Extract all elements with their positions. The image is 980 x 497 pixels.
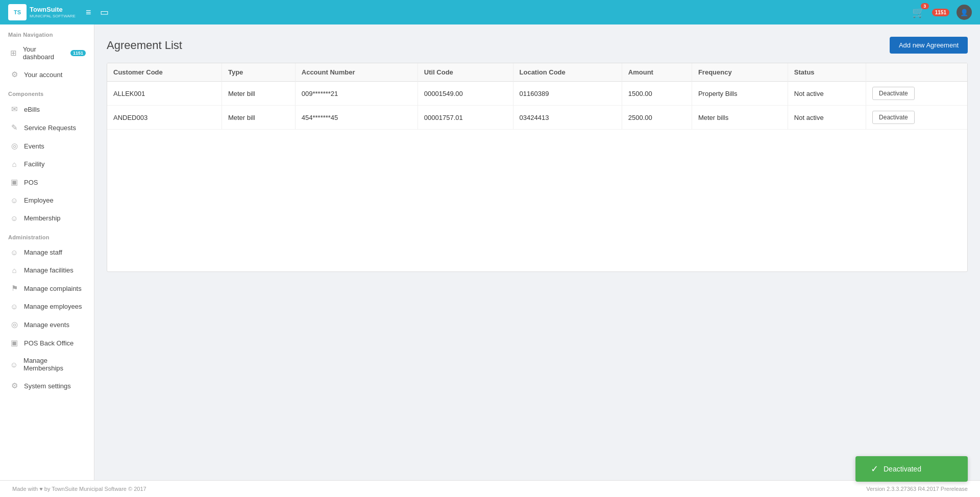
page-footer: Made with ♥ by TownSuite Municipal Softw… [0,480,980,497]
toast-check-icon: ✓ [871,463,878,475]
sidebar-item-pos-back-office[interactable]: ▣ POS Back Office [0,334,94,352]
cell-action: Deactivate [866,82,967,106]
manage-facilities-icon: ⌂ [10,266,19,275]
tablet-icon[interactable]: ▭ [100,7,109,18]
sidebar-item-dashboard[interactable]: ⊞ Your dashboard 1151 [0,41,94,65]
top-navigation: TS TownSuite MUNICIPAL SOFTWARE ≡ ▭ 🛒 3 … [0,0,980,24]
col-action [866,63,967,82]
cell-util-code: 00001757.01 [418,106,513,130]
account-icon: ⚙ [10,70,19,79]
sidebar-item-label-pos-back-office: POS Back Office [24,339,74,347]
cell-customer-code: ALLEK001 [107,82,222,106]
table-scroll-area[interactable]: Customer Code Type Account Number Util C… [107,63,967,130]
manage-complaints-icon: ⚑ [10,284,19,293]
employee-icon: ☺ [10,196,19,205]
cell-location-code: 01160389 [513,82,622,106]
table-body: ALLEK001 Meter bill 009*******21 0000154… [107,82,967,130]
table-row: ANDED003 Meter bill 454*******45 0000175… [107,106,967,130]
events-icon: ◎ [10,141,19,151]
cell-action: Deactivate [866,106,967,130]
app-subtitle: MUNICIPAL SOFTWARE [30,14,76,18]
sidebar-item-service-requests[interactable]: ✎ Service Requests [0,118,94,137]
sidebar-item-label-manage-employees: Manage employees [24,303,82,310]
notification-badge[interactable]: 1151 [932,9,949,16]
col-customer-code: Customer Code [107,63,222,82]
administration-title: Administration [0,227,94,243]
manage-memberships-icon: ☺ [10,360,18,369]
app-name: TownSuite [30,6,76,13]
sidebar-item-manage-staff[interactable]: ☺ Manage staff [0,243,94,261]
col-util-code: Util Code [418,63,513,82]
page-title: Agreement List [107,39,182,52]
sidebar-item-label-ebills: eBills [24,106,40,113]
sidebar-item-label-events: Events [24,142,44,150]
deactivate-button-0[interactable]: Deactivate [872,87,915,100]
sidebar-item-label-manage-complaints: Manage complaints [24,285,82,292]
sidebar-item-label-manage-facilities: Manage facilities [24,266,74,274]
sidebar-item-manage-facilities[interactable]: ⌂ Manage facilities [0,261,94,279]
membership-icon: ☺ [10,214,19,222]
cell-account-number: 454*******45 [295,106,418,130]
add-agreement-button[interactable]: Add new Agreement [890,37,968,54]
col-frequency: Frequency [692,63,788,82]
topnav-icons: ≡ ▭ [86,7,109,18]
deactivate-button-1[interactable]: Deactivate [872,111,915,124]
sidebar-item-manage-complaints[interactable]: ⚑ Manage complaints [0,279,94,297]
cell-status: Not active [788,82,866,106]
components-title: Components [0,84,94,100]
sidebar-item-pos[interactable]: ▣ POS [0,173,94,191]
page-header: Agreement List Add new Agreement [107,37,968,54]
cell-amount: 2500.00 [622,106,692,130]
pos-back-office-icon: ▣ [10,338,19,347]
sidebar-item-label-system-settings: System settings [24,382,71,390]
toast-notification: ✓ Deactivated [855,456,968,482]
sidebar-item-membership[interactable]: ☺ Membership [0,209,94,227]
main-layout: Main Navigation ⊞ Your dashboard 1151 ⚙ … [0,24,980,480]
app-logo: TS TownSuite MUNICIPAL SOFTWARE [8,4,76,20]
sidebar-item-manage-memberships[interactable]: ☺ Manage Memberships [0,352,94,377]
sidebar-item-manage-employees[interactable]: ☺ Manage employees [0,297,94,315]
agreement-table-wrapper: Customer Code Type Account Number Util C… [107,63,968,272]
sidebar-item-label-membership: Membership [24,214,61,222]
col-account-number: Account Number [295,63,418,82]
dashboard-icon: ⊞ [10,48,18,58]
sidebar-item-label-service-requests: Service Requests [24,124,76,132]
cell-amount: 1500.00 [622,82,692,106]
table-row: ALLEK001 Meter bill 009*******21 0000154… [107,82,967,106]
facility-icon: ⌂ [10,160,19,168]
sidebar-item-employee[interactable]: ☺ Employee [0,191,94,209]
topnav-right: 🛒 3 1151 👤 [912,5,972,20]
sidebar-item-label-dashboard: Your dashboard [23,45,63,61]
footer-right: Version 2.3.3.27363 R4.2017 Prerelease [866,486,968,492]
sidebar-item-system-settings[interactable]: ⚙ System settings [0,377,94,395]
cell-frequency: Meter bills [692,106,788,130]
sidebar-item-account[interactable]: ⚙ Your account [0,65,94,84]
cell-customer-code: ANDED003 [107,106,222,130]
ebills-icon: ✉ [10,105,19,114]
sidebar-item-label-pos: POS [24,179,38,186]
cell-account-number: 009*******21 [295,82,418,106]
menu-icon[interactable]: ≡ [86,7,91,18]
user-avatar[interactable]: 👤 [957,5,972,20]
logo-letters: TS [14,10,21,15]
cell-type: Meter bill [222,82,295,106]
sidebar: Main Navigation ⊞ Your dashboard 1151 ⚙ … [0,24,94,480]
sidebar-item-facility[interactable]: ⌂ Facility [0,155,94,173]
sidebar-item-label-facility: Facility [24,160,44,168]
manage-staff-icon: ☺ [10,248,19,257]
cell-util-code: 00001549.00 [418,82,513,106]
col-type: Type [222,63,295,82]
manage-employees-icon: ☺ [10,302,19,311]
col-location-code: Location Code [513,63,622,82]
cell-status: Not active [788,106,866,130]
sidebar-item-manage-events[interactable]: ◎ Manage events [0,315,94,334]
main-content: Agreement List Add new Agreement Custome… [94,24,980,480]
footer-left: Made with ♥ by TownSuite Municipal Softw… [12,486,146,492]
sidebar-item-ebills[interactable]: ✉ eBills [0,100,94,118]
main-nav-title: Main Navigation [0,24,94,41]
sidebar-item-events[interactable]: ◎ Events [0,137,94,155]
cart-badge-wrap[interactable]: 🛒 3 [912,6,925,18]
cart-badge: 3 [921,3,929,9]
cell-type: Meter bill [222,106,295,130]
sidebar-item-label-manage-memberships: Manage Memberships [23,357,86,372]
